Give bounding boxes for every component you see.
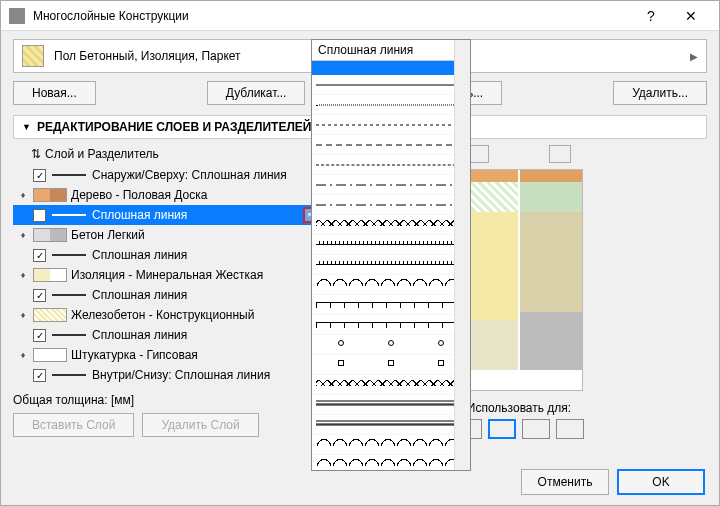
structure-preview	[455, 169, 583, 391]
checkbox[interactable]: ✓	[33, 169, 46, 182]
use-for-shapes	[454, 419, 584, 439]
dialog-buttons: Отменить OK	[521, 469, 705, 495]
linetype-dropdown[interactable]: Сплошная линия	[311, 39, 471, 471]
collapse-icon: ▼	[22, 122, 31, 132]
shape-shell-icon[interactable]	[556, 419, 584, 439]
linetype-option[interactable]	[312, 295, 470, 315]
checkbox[interactable]: ✓	[33, 209, 46, 222]
layer-swatch-icon	[33, 308, 67, 322]
checkbox[interactable]: ✓	[33, 289, 46, 302]
layer-row[interactable]: ♦Железобетон - Конструкционный	[13, 305, 323, 325]
delete-button[interactable]: Удалить...	[613, 81, 707, 105]
row-label: Изоляция - Минеральная Жесткая	[71, 268, 323, 282]
preview-col-2	[520, 170, 582, 390]
row-label: Внутри/Снизу: Сплошная линия	[92, 368, 323, 382]
separator-row[interactable]: ✓Сплошная линия	[13, 325, 323, 345]
line-preview-icon	[52, 254, 86, 256]
linetype-option[interactable]	[312, 455, 470, 470]
shape-slab-icon[interactable]	[488, 419, 516, 439]
tree-header: ⇅ Слой и Разделитель	[13, 145, 323, 165]
dropdown-selected-row[interactable]	[312, 61, 470, 75]
linetype-option[interactable]	[312, 235, 470, 255]
dropdown-list	[312, 75, 470, 470]
row-label: Снаружи/Сверху: Сплошная линия	[92, 168, 323, 182]
linetype-option[interactable]	[312, 75, 470, 95]
layer-row[interactable]: ♦Штукатурка - Гипсовая	[13, 345, 323, 365]
row-label: Дерево - Половая Доска	[71, 188, 323, 202]
use-for-label: Использовать для:	[467, 401, 571, 415]
layer-swatch-icon	[33, 268, 67, 282]
row-label: Сплошная линия	[92, 208, 323, 222]
checkbox[interactable]: ✓	[33, 369, 46, 382]
separator-icon: ⇅	[31, 147, 41, 161]
layer-row[interactable]: ♦Бетон Легкий	[13, 225, 323, 245]
cancel-button[interactable]: Отменить	[521, 469, 609, 495]
expand-icon: ♦	[17, 230, 29, 240]
linetype-option[interactable]	[312, 135, 470, 155]
linetype-option[interactable]	[312, 415, 470, 435]
linetype-option[interactable]	[312, 215, 470, 235]
layer-swatch-icon	[33, 188, 67, 202]
layer-swatch-icon	[33, 228, 67, 242]
new-button[interactable]: Новая...	[13, 81, 96, 105]
expand-icon: ♦	[17, 310, 29, 320]
row-label: Сплошная линия	[92, 328, 323, 342]
line-preview-icon	[52, 174, 86, 176]
ok-button[interactable]: OK	[617, 469, 705, 495]
separator-row[interactable]: ✓Снаружи/Сверху: Сплошная линия	[13, 165, 323, 185]
thickness-label: Общая толщина: [мм]	[13, 393, 323, 407]
layer-row[interactable]: ♦Изоляция - Минеральная Жесткая	[13, 265, 323, 285]
linetype-option[interactable]	[312, 115, 470, 135]
close-button[interactable]: ✕	[671, 8, 711, 24]
separator-row[interactable]: ✓Сплошная линия↖	[13, 205, 323, 225]
expand-icon: ♦	[17, 270, 29, 280]
tree-header-label: Слой и Разделитель	[45, 147, 159, 161]
layer-row[interactable]: ♦Дерево - Половая Доска	[13, 185, 323, 205]
dropdown-scrollbar[interactable]	[454, 40, 470, 470]
line-preview-icon	[52, 334, 86, 336]
linetype-option[interactable]	[312, 95, 470, 115]
linetype-option[interactable]	[312, 335, 470, 355]
separator-row[interactable]: ✓Сплошная линия	[13, 285, 323, 305]
separator-row[interactable]: ✓Внутри/Снизу: Сплошная линия	[13, 365, 323, 385]
linetype-option[interactable]	[312, 375, 470, 395]
row-label: Сплошная линия	[92, 288, 323, 302]
linetype-option[interactable]	[312, 255, 470, 275]
linetype-option[interactable]	[312, 395, 470, 415]
composite-swatch-icon	[22, 45, 44, 67]
dialog-window: Многослойные Конструкции ? ✕ Пол Бетонны…	[0, 0, 720, 506]
linetype-option[interactable]	[312, 155, 470, 175]
linetype-option[interactable]	[312, 195, 470, 215]
checkbox[interactable]: ✓	[33, 329, 46, 342]
expand-icon: ♦	[17, 190, 29, 200]
line-preview-icon	[52, 294, 86, 296]
row-label: Бетон Легкий	[71, 228, 323, 242]
row-label: Сплошная линия	[92, 248, 323, 262]
layer-actions: Вставить Слой Удалить Слой	[13, 413, 323, 437]
duplicate-button[interactable]: Дубликат...	[207, 81, 306, 105]
remove-layer-button[interactable]: Удалить Слой	[142, 413, 258, 437]
row-label: Железобетон - Конструкционный	[71, 308, 323, 322]
fill-mode-icon[interactable]	[549, 145, 571, 163]
preview-mode-icons	[467, 145, 571, 163]
window-title: Многослойные Конструкции	[33, 9, 631, 23]
linetype-option[interactable]	[312, 355, 470, 375]
separator-row[interactable]: ✓Сплошная линия	[13, 245, 323, 265]
section-title: РЕДАКТИРОВАНИЕ СЛОЕВ И РАЗДЕЛИТЕЛЕЙ КОН	[37, 120, 340, 134]
row-label: Штукатурка - Гипсовая	[71, 348, 323, 362]
checkbox[interactable]: ✓	[33, 249, 46, 262]
line-preview-icon	[52, 374, 86, 376]
banner-arrow-icon: ▶	[690, 51, 698, 62]
insert-layer-button[interactable]: Вставить Слой	[13, 413, 134, 437]
dropdown-title: Сплошная линия	[312, 40, 470, 61]
layer-tree: ⇅ Слой и Разделитель ✓Снаружи/Сверху: Сп…	[13, 145, 323, 439]
titlebar: Многослойные Конструкции ? ✕	[1, 1, 719, 31]
linetype-option[interactable]	[312, 315, 470, 335]
help-button[interactable]: ?	[631, 8, 671, 24]
shape-roof-icon[interactable]	[522, 419, 550, 439]
linetype-option[interactable]	[312, 275, 470, 295]
expand-icon: ♦	[17, 350, 29, 360]
linetype-option[interactable]	[312, 175, 470, 195]
line-preview-icon	[52, 214, 86, 216]
linetype-option[interactable]	[312, 435, 470, 455]
